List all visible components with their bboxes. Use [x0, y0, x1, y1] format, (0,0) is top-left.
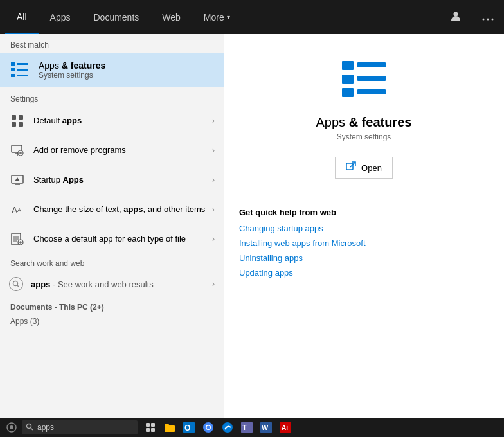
svg-text:A: A	[17, 207, 21, 213]
best-match-text: Apps & features System settings	[39, 60, 105, 80]
svg-rect-38	[342, 88, 354, 97]
svg-line-33	[17, 285, 19, 287]
tab-apps[interactable]: Apps	[39, 0, 82, 34]
svg-rect-51	[165, 424, 169, 427]
taskbar-search-input[interactable]	[22, 420, 138, 434]
svg-point-57	[222, 422, 233, 433]
person-icon[interactable]	[445, 8, 467, 27]
svg-rect-39	[357, 89, 386, 94]
adobe-button[interactable]: Ai	[276, 418, 294, 436]
svg-point-32	[14, 281, 18, 286]
svg-rect-13	[19, 122, 23, 127]
svg-text:Ai: Ai	[282, 424, 288, 431]
svg-rect-12	[12, 122, 16, 127]
svg-point-56	[207, 426, 210, 429]
tab-all[interactable]: All	[5, 0, 39, 34]
search-web-item[interactable]: apps - See work and web results ›	[0, 271, 224, 298]
best-match-label: Best match	[0, 34, 224, 53]
taskbar-apps: O T W	[141, 418, 294, 436]
taskbar-search-icon	[26, 423, 33, 433]
tab-web[interactable]: Web	[150, 0, 192, 34]
help-link-1[interactable]: Changing startup apps	[239, 224, 323, 233]
menu-item-startup-apps[interactable]: Startup Apps ›	[0, 165, 224, 195]
svg-rect-4	[11, 62, 15, 66]
taskview-button[interactable]	[141, 418, 159, 436]
svg-point-44	[27, 424, 32, 428]
chevron-right-icon-4: ›	[212, 205, 215, 214]
quick-help-title: Get quick help from web	[239, 208, 336, 217]
menu-item-default-apps[interactable]: Default apps ›	[0, 106, 224, 136]
app-title: Apps & features	[316, 115, 412, 130]
chrome-button[interactable]	[199, 418, 217, 436]
svg-rect-35	[357, 62, 386, 67]
search-subdesc: - See work and web results	[50, 280, 153, 289]
best-match-title: Apps & features	[39, 60, 105, 71]
search-work-web-label: Search work and web	[0, 254, 224, 271]
menu-item-add-remove[interactable]: Add or remove programs ›	[0, 136, 224, 165]
title-plain: Apps	[39, 60, 59, 71]
svg-rect-37	[357, 76, 386, 81]
top-navigation: All Apps Documents Web More ▾	[0, 0, 504, 34]
open-button[interactable]: Open	[335, 157, 393, 179]
help-link-3[interactable]: Uninstalling apps	[239, 253, 303, 263]
svg-rect-7	[17, 69, 28, 71]
svg-rect-49	[151, 428, 155, 432]
tab-documents[interactable]: Documents	[82, 0, 150, 34]
svg-rect-36	[342, 75, 354, 84]
open-icon	[346, 161, 356, 174]
svg-text:T: T	[242, 424, 247, 431]
search-query-text: apps	[31, 280, 50, 289]
apps-section-label: Apps (3)	[0, 314, 224, 328]
svg-rect-6	[11, 68, 15, 71]
help-link-2[interactable]: Installing web apps from Microsoft	[239, 238, 366, 248]
menu-item-text-size-text: Change the size of text, apps, and other…	[33, 204, 212, 215]
list-icon-svg	[11, 60, 30, 80]
svg-rect-46	[146, 423, 150, 427]
documents-section-label: Documents - This PC (2+)	[0, 298, 224, 314]
chevron-right-icon-6: ›	[212, 280, 215, 289]
best-match-item[interactable]: Apps & features System settings	[0, 53, 224, 87]
app-subtitle: System settings	[337, 132, 392, 141]
menu-item-add-remove-text: Add or remove programs	[33, 145, 212, 156]
svg-rect-40	[346, 163, 353, 170]
search-circle-icon	[9, 277, 23, 291]
taskbar-search-wrap	[22, 420, 138, 434]
svg-point-2	[487, 18, 489, 20]
teams-button[interactable]: T	[238, 418, 256, 436]
chevron-right-icon: ›	[212, 116, 215, 125]
apps-features-large-icon	[338, 53, 390, 105]
svg-rect-8	[11, 74, 15, 77]
help-link-4[interactable]: Updating apps	[239, 268, 293, 278]
svg-marker-22	[15, 177, 20, 181]
tab-more[interactable]: More ▾	[192, 0, 242, 34]
apps-features-icon	[10, 60, 31, 80]
file-explorer-button[interactable]	[161, 418, 179, 436]
file-default-icon	[9, 231, 26, 247]
edge-button[interactable]	[219, 418, 237, 436]
best-match-subtitle: System settings	[39, 71, 105, 80]
chevron-down-icon: ▾	[227, 13, 230, 21]
menu-item-default-file-app[interactable]: Choose a default app for each type of fi…	[0, 224, 224, 254]
chevron-right-icon-3: ›	[212, 175, 215, 184]
svg-rect-5	[17, 63, 28, 65]
menu-item-text-size[interactable]: A A Change the size of text, apps, and o…	[0, 195, 224, 224]
menu-item-default-file-text: Choose a default app for each type of fi…	[33, 233, 212, 245]
more-options-icon[interactable]	[477, 9, 499, 26]
word-button[interactable]: W	[257, 418, 275, 436]
outlook-button[interactable]: O	[180, 418, 198, 436]
chevron-right-icon-5: ›	[212, 235, 215, 244]
svg-rect-9	[17, 75, 28, 76]
taskbar: O T W	[0, 418, 504, 437]
chevron-right-icon-2: ›	[212, 146, 215, 155]
svg-rect-47	[151, 423, 155, 427]
search-web-text: apps - See work and web results	[31, 280, 212, 289]
svg-rect-10	[12, 115, 16, 120]
svg-point-0	[454, 12, 458, 16]
right-panel: Apps & features System settings Open Get…	[224, 34, 504, 418]
svg-rect-11	[19, 115, 23, 120]
monitor-add-icon	[9, 142, 26, 159]
cortana-button[interactable]	[4, 420, 19, 435]
left-panel: Best match Apps & features System settin…	[0, 34, 224, 418]
divider	[237, 197, 491, 197]
svg-point-3	[492, 18, 494, 20]
